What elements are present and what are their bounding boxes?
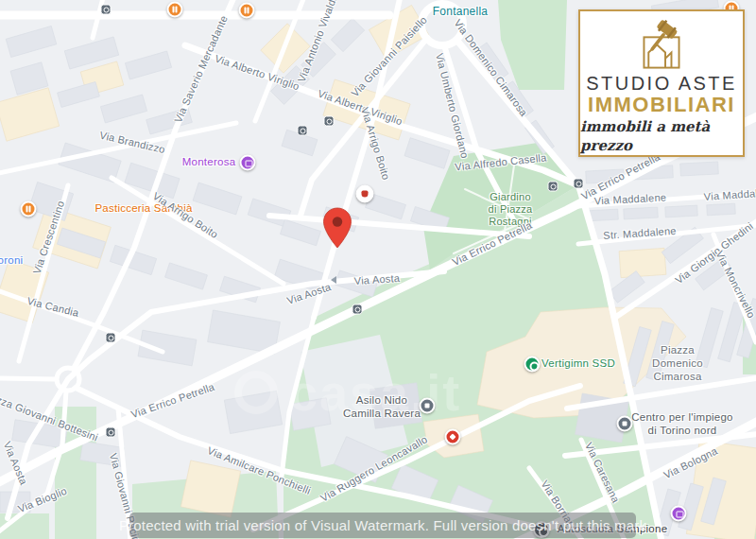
shop-pin-icon[interactable]: [240, 155, 256, 171]
building-pin-icon[interactable]: [617, 416, 633, 432]
transit-icon[interactable]: [101, 5, 112, 15]
transit-icon[interactable]: [574, 179, 584, 189]
logo-tagline: immobili a metà prezzo: [580, 118, 743, 155]
logo-title-line2: IMMOBILIARI: [588, 94, 735, 116]
red-pin-poi-icon[interactable]: [445, 429, 461, 445]
arrow-left-icon: [331, 276, 336, 284]
transit-icon[interactable]: [298, 126, 308, 136]
gym-pin-icon[interactable]: [524, 356, 541, 373]
trial-watermark-bar: Protected with trial version of Visual W…: [129, 513, 636, 538]
trial-watermark-text: Protected with trial version of Visual W…: [119, 513, 646, 538]
transit-icon[interactable]: [548, 182, 558, 192]
transit-icon[interactable]: [352, 304, 363, 315]
food-pin-icon[interactable]: [21, 201, 37, 217]
food-pin-icon[interactable]: [239, 3, 255, 19]
shop-pin-icon[interactable]: [671, 506, 687, 522]
food-pin-icon[interactable]: [167, 2, 183, 18]
gavel-house-icon: [627, 19, 696, 71]
logo-title-line1: STUDIO ASTE: [586, 73, 737, 94]
poi-red-glyph-icon[interactable]: [356, 185, 374, 203]
transit-icon[interactable]: [106, 333, 116, 343]
agency-logo-card: STUDIO ASTE IMMOBILIARI immobili a metà …: [578, 9, 745, 157]
map-canvas[interactable]: casa.it FontanellaVia Saverio Mercadante…: [0, 0, 756, 539]
selected-location-pin[interactable]: [323, 207, 352, 249]
map-pin-icon: [323, 207, 352, 249]
school-pin-icon[interactable]: [420, 398, 436, 414]
transit-icon[interactable]: [324, 116, 335, 127]
transit-icon[interactable]: [106, 427, 116, 438]
